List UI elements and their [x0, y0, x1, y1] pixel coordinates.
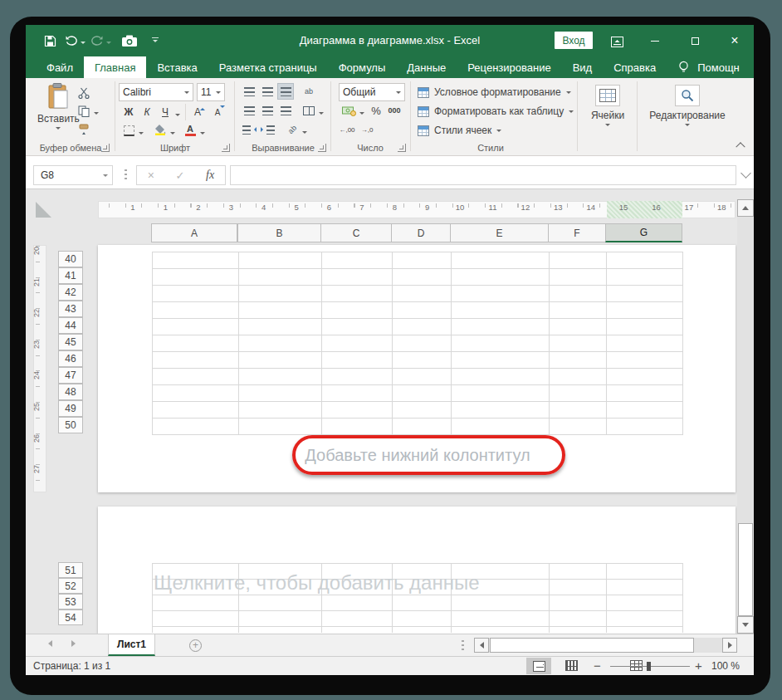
zoom-level[interactable]: 100 %: [711, 660, 740, 672]
scroll-right-button[interactable]: [722, 638, 737, 653]
underline-button[interactable]: Ч: [157, 104, 174, 120]
cells-button[interactable]: Ячейки: [581, 85, 634, 129]
style-menu-button[interactable]: Форматировать как таблицу: [418, 103, 574, 120]
ribbon-tab[interactable]: Разметка страницы: [208, 56, 328, 78]
decrease-decimal-button[interactable]: →,0: [359, 121, 375, 138]
align-right-button[interactable]: [277, 102, 294, 119]
fill-color-dropdown-icon[interactable]: [170, 132, 175, 137]
style-menu-button[interactable]: Стили ячеек: [418, 122, 501, 139]
orientation-button[interactable]: ab: [284, 121, 301, 138]
increase-decimal-button[interactable]: ←,00: [339, 121, 355, 138]
row-header[interactable]: 40: [58, 251, 83, 267]
sheet-nav-right-button[interactable]: [71, 640, 76, 647]
row-header[interactable]: 44: [58, 317, 83, 334]
zoom-out-button[interactable]: −: [594, 658, 601, 673]
align-bottom-button[interactable]: [277, 83, 294, 100]
copy-button[interactable]: [76, 103, 92, 120]
accounting-format-button[interactable]: [339, 102, 359, 119]
zoom-in-button[interactable]: +: [695, 658, 702, 673]
expand-formula-bar-icon[interactable]: [740, 168, 751, 179]
percent-style-button[interactable]: %: [368, 102, 384, 119]
dialog-launcher-icon[interactable]: [318, 144, 326, 152]
decrease-indent-button[interactable]: [241, 121, 257, 138]
underline-dropdown-icon[interactable]: [175, 114, 180, 119]
orientation-dropdown-icon[interactable]: [302, 131, 307, 136]
ribbon-tab[interactable]: Вставка: [146, 56, 208, 78]
column-header[interactable]: B: [237, 223, 321, 242]
worksheet-area[interactable]: 1 123456789101112131415161718 ABCDEFG 20…: [26, 189, 754, 634]
align-left-button[interactable]: [241, 102, 257, 119]
row-header[interactable]: 52: [58, 578, 83, 594]
ribbon-tab[interactable]: Данные: [396, 56, 457, 78]
ribbon-display-options-button[interactable]: [608, 33, 625, 50]
scroll-up-button[interactable]: [737, 199, 754, 217]
scroll-left-button[interactable]: [474, 638, 489, 653]
sheet-tab-active[interactable]: Лист1: [108, 634, 155, 656]
wrap-text-button[interactable]: ab: [301, 83, 317, 100]
merge-dropdown-icon[interactable]: [319, 112, 324, 117]
italic-button[interactable]: К: [139, 104, 155, 120]
enter-icon[interactable]: ✓: [176, 169, 185, 182]
add-sheet-button[interactable]: +: [189, 639, 202, 652]
merge-center-button[interactable]: [301, 102, 317, 119]
column-header[interactable]: D: [391, 223, 451, 242]
vertical-scrollbar-thumb[interactable]: [738, 523, 753, 616]
column-header[interactable]: G: [605, 223, 682, 242]
ribbon-tab[interactable]: Формулы: [328, 56, 397, 78]
row-header[interactable]: 51: [58, 562, 83, 578]
row-header[interactable]: 47: [58, 367, 83, 384]
signin-button[interactable]: Вход: [555, 32, 593, 49]
number-format-select[interactable]: Общий: [339, 83, 405, 101]
row-header[interactable]: 41: [58, 267, 83, 284]
style-menu-button[interactable]: Условное форматирование: [418, 84, 571, 100]
dialog-launcher-icon[interactable]: [101, 144, 110, 152]
cell-grid-page1[interactable]: [152, 252, 683, 435]
maximize-button[interactable]: [684, 32, 706, 50]
increase-indent-button[interactable]: [259, 121, 276, 138]
decrease-font-size-button[interactable]: А: [209, 104, 226, 120]
copy-dropdown-icon[interactable]: [94, 112, 99, 117]
collapse-ribbon-button[interactable]: [737, 141, 745, 148]
dialog-launcher-icon[interactable]: [222, 144, 230, 152]
font-size-select[interactable]: 11: [197, 83, 225, 101]
row-header[interactable]: 45: [58, 334, 83, 350]
column-header[interactable]: C: [320, 223, 392, 242]
ribbon-tab[interactable]: Главная: [84, 56, 146, 78]
ribbon-tab[interactable]: Рецензирование: [457, 56, 561, 78]
name-box[interactable]: G8: [33, 165, 113, 185]
borders-dropdown-icon[interactable]: [139, 132, 144, 137]
tab-help[interactable]: Помощн: [694, 61, 743, 74]
format-painter-button[interactable]: [76, 121, 92, 138]
chart-data-placeholder[interactable]: Щелкните, чтобы добавить данные: [154, 571, 535, 595]
dialog-launcher-icon[interactable]: [398, 144, 406, 152]
sheet-nav-left-button[interactable]: [48, 640, 52, 647]
accounting-dropdown-icon[interactable]: [359, 112, 364, 117]
row-header[interactable]: 46: [58, 350, 83, 367]
font-family-select[interactable]: Calibri: [119, 83, 193, 101]
insert-function-icon[interactable]: fx: [206, 169, 214, 182]
font-color-dropdown-icon[interactable]: [200, 132, 205, 137]
ribbon-tab[interactable]: Справка: [603, 56, 667, 78]
column-header[interactable]: A: [151, 223, 237, 242]
paste-button[interactable]: Вставить: [37, 83, 80, 132]
column-header[interactable]: F: [548, 223, 606, 242]
formula-bar-drag-handle[interactable]: [125, 169, 127, 181]
font-color-button[interactable]: А: [182, 122, 198, 139]
align-top-button[interactable]: [241, 83, 257, 100]
align-middle-button[interactable]: [259, 83, 276, 100]
column-header[interactable]: E: [450, 223, 549, 242]
editing-button[interactable]: Редактирование: [641, 85, 734, 129]
tab-bar-drag-handle[interactable]: [462, 640, 464, 651]
row-header[interactable]: 43: [58, 301, 83, 317]
close-button[interactable]: ×: [724, 32, 745, 50]
view-page-break-button[interactable]: [565, 660, 578, 671]
cut-button[interactable]: [76, 85, 92, 101]
row-header[interactable]: 48: [58, 384, 83, 400]
cancel-icon[interactable]: ×: [148, 169, 154, 182]
fill-color-button[interactable]: [152, 122, 169, 139]
zoom-slider-thumb[interactable]: [647, 662, 651, 671]
row-header[interactable]: 42: [58, 284, 83, 301]
bold-button[interactable]: Ж: [120, 104, 137, 120]
scroll-down-button[interactable]: [737, 616, 754, 634]
minimize-button[interactable]: [644, 32, 666, 50]
